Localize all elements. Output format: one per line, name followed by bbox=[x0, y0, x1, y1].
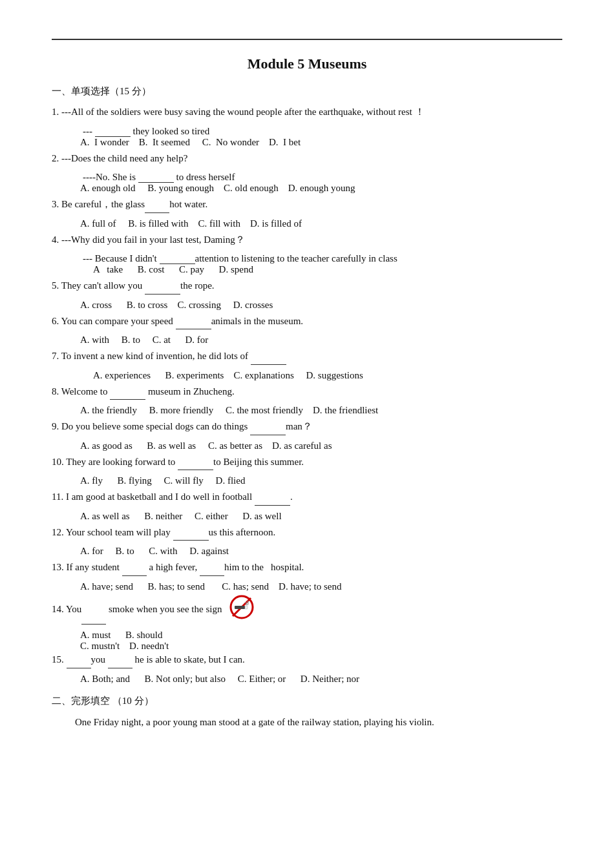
question-8: 8. Welcome to museum in Zhucheng. bbox=[52, 384, 562, 400]
q3-blank bbox=[145, 203, 169, 213]
q2-sub: ----No. She is to dress herself bbox=[83, 172, 562, 183]
question-9: 9. Do you believe some special dogs can … bbox=[52, 418, 562, 435]
question-12: 12. Your school team will play us this a… bbox=[52, 524, 562, 541]
q11-options: A. as well as B. neither C. either D. as… bbox=[80, 511, 562, 522]
q8-options: A. the friendly B. more friendly C. the … bbox=[80, 405, 562, 416]
q2-blank bbox=[138, 173, 174, 183]
question-6: 6. You can compare your speed animals in… bbox=[52, 313, 562, 330]
q1-blank bbox=[95, 127, 131, 137]
question-13: 13. If any student a high fever, him to … bbox=[52, 559, 562, 576]
question-3: 3. Be careful，the glasshot water. bbox=[52, 196, 562, 213]
q14-options: A. must B. should C. mustn't D. needn't bbox=[80, 630, 562, 652]
q7-options: A. experiences B. experiments C. explana… bbox=[93, 370, 562, 381]
q10-options: A. fly B. flying C. will fly D. flied bbox=[80, 475, 562, 486]
q15-options: A. Both; and B. Not only; but also C. Ei… bbox=[80, 674, 562, 685]
q7-blank bbox=[251, 355, 286, 365]
q1-text: 1. ---All of the soldiers were busy savi… bbox=[52, 107, 425, 117]
q13-blank1 bbox=[122, 566, 147, 576]
svg-rect-2 bbox=[235, 606, 245, 609]
q12-options: A. for B. to C. with D. against bbox=[80, 546, 562, 557]
page-title: Module 5 Museums bbox=[52, 56, 562, 72]
question-2: 2. ---Does the child need any help? bbox=[52, 150, 562, 167]
question-1: 1. ---All of the soldiers were busy savi… bbox=[52, 104, 562, 121]
q3-options: A. full of B. is filled with C. fill wit… bbox=[80, 218, 562, 229]
q15-blank1 bbox=[67, 659, 91, 668]
q2-text: 2. ---Does the child need any help? bbox=[52, 153, 187, 163]
q9-blank bbox=[250, 426, 286, 435]
question-10: 10. They are looking forward to to Beiji… bbox=[52, 454, 562, 471]
q14-options-row1: A. must B. should bbox=[80, 630, 562, 641]
q14-blank bbox=[81, 615, 106, 625]
question-5: 5. They can't allow you the rope. bbox=[52, 278, 562, 294]
q10-blank bbox=[178, 460, 213, 470]
q1-sub: --- they looked so tired bbox=[83, 126, 562, 137]
svg-rect-3 bbox=[245, 606, 248, 609]
q6-options: A. with B. to C. at D. for bbox=[80, 335, 562, 346]
q1-options: A. I wonder B. It seemed C. No wonder D.… bbox=[80, 137, 562, 148]
top-line bbox=[52, 39, 562, 40]
question-11: 11. I am good at basketball and I do wel… bbox=[52, 489, 562, 506]
section1-header: 一、单项选择（15 分） bbox=[52, 85, 562, 98]
q9-options: A. as good as B. as well as C. as better… bbox=[80, 440, 562, 451]
question-14: 14. You smoke when you see the sign bbox=[52, 595, 562, 625]
q13-options: A. have; send B. has; to send C. has; se… bbox=[80, 581, 562, 592]
q12-blank bbox=[173, 531, 209, 541]
section2-text: One Friday night, a poor young man stood… bbox=[75, 714, 562, 731]
q4-blank bbox=[160, 254, 195, 264]
question-7: 7. To invent a new kind of invention, he… bbox=[52, 348, 562, 365]
question-15: 15. you he is able to skate, but I can. bbox=[52, 652, 562, 668]
no-smoking-icon bbox=[229, 595, 254, 625]
q4-options: A take B. cost C. pay D. spend bbox=[93, 264, 562, 275]
q5-blank bbox=[145, 285, 180, 294]
question-4: 4. ---Why did you fail in your last test… bbox=[52, 232, 562, 249]
q4-sub: --- Because I didn't attention to listen… bbox=[83, 253, 562, 264]
q11-blank bbox=[255, 496, 290, 506]
q6-blank bbox=[176, 320, 211, 329]
q8-blank bbox=[110, 390, 145, 400]
q2-options: A. enough old B. young enough C. old eno… bbox=[80, 183, 562, 194]
section2-header: 二、完形填空 （10 分） bbox=[52, 695, 562, 707]
q13-blank2 bbox=[200, 566, 224, 576]
q5-options: A. cross B. to cross C. crossing D. cros… bbox=[80, 300, 562, 311]
q14-options-row2: C. mustn't D. needn't bbox=[80, 641, 562, 652]
q15-blank2 bbox=[108, 659, 132, 668]
